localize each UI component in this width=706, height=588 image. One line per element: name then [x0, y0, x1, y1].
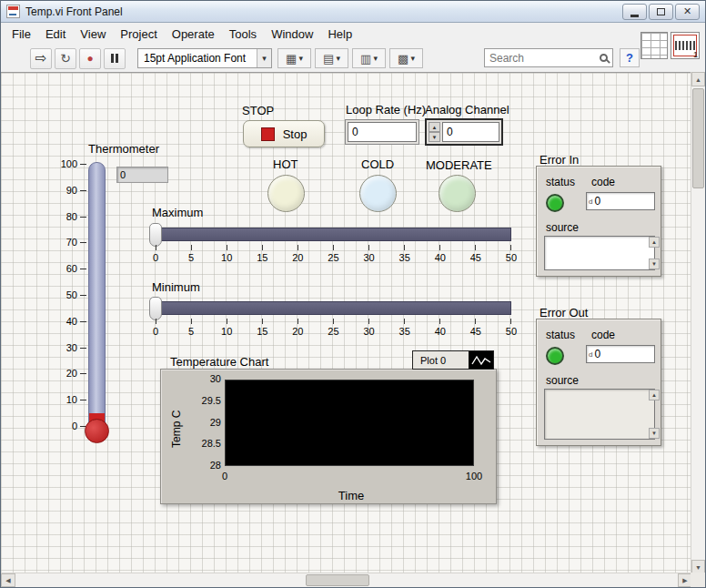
- labview-window: Temp.vi Front Panel ✕ File Edit View Pro…: [0, 0, 706, 588]
- vertical-scrollbar-thumb[interactable]: [692, 88, 704, 188]
- reorder-dropdown[interactable]: ▩ ▾: [389, 48, 423, 68]
- tick-label: 25: [320, 326, 346, 337]
- vertical-scrollbar[interactable]: ▲ ▼: [691, 72, 705, 574]
- restore-button[interactable]: [649, 4, 673, 20]
- close-icon: ✕: [683, 6, 691, 16]
- connector-pane-icon[interactable]: [640, 32, 668, 59]
- align-objects-icon: ▦: [286, 52, 297, 66]
- error-out-status-led: [546, 347, 564, 365]
- scale-label: 90: [52, 186, 77, 196]
- chart-y-axis: 30 29.5 29 28.5 28: [188, 374, 221, 471]
- search-input[interactable]: [489, 52, 597, 65]
- maximum-slider-handle[interactable]: [149, 223, 162, 247]
- error-in-code-field[interactable]: d 0: [586, 192, 655, 210]
- pause-button[interactable]: [104, 48, 126, 69]
- tick-label: 15: [249, 252, 275, 263]
- tick-label: 0: [143, 252, 168, 263]
- minimize-icon: [630, 15, 639, 17]
- hot-indicator: [267, 175, 305, 212]
- tick-label: 20: [285, 326, 310, 337]
- error-out-code-value: 0: [594, 348, 600, 360]
- loop-rate-input[interactable]: 0: [348, 122, 417, 142]
- tick-label: 15: [249, 326, 275, 337]
- menu-help[interactable]: Help: [320, 25, 359, 44]
- scale-label: 50: [52, 290, 77, 300]
- scale-label: 100: [52, 159, 77, 169]
- scale-label: 30: [52, 343, 77, 353]
- error-out-code-field[interactable]: d 0: [586, 345, 655, 363]
- corner-icons: 1: [640, 32, 700, 59]
- thermometer-label: Thermometer: [88, 142, 159, 156]
- stop-button-label: Stop: [283, 127, 308, 141]
- horizontal-scrollbar-thumb[interactable]: [306, 574, 369, 586]
- error-out-status-label: status: [546, 329, 575, 341]
- scroll-up-icon[interactable]: ▲: [691, 72, 705, 86]
- horizontal-scrollbar[interactable]: ◀ ▶: [1, 573, 692, 587]
- minimum-slider-track[interactable]: [156, 301, 511, 315]
- help-button[interactable]: ?: [620, 48, 640, 67]
- menu-project[interactable]: Project: [113, 25, 164, 44]
- scroll-left-icon[interactable]: ◀: [1, 573, 15, 587]
- error-in-source-field[interactable]: [544, 236, 655, 270]
- vi-icon[interactable]: 1: [671, 32, 700, 59]
- scroll-down-icon[interactable]: ▼: [649, 259, 660, 269]
- stop-square-icon: [261, 127, 275, 141]
- scroll-up-icon[interactable]: ▲: [649, 237, 660, 248]
- window-controls: ✕: [622, 4, 701, 20]
- menu-file[interactable]: File: [5, 25, 38, 44]
- scale-label: 60: [52, 264, 77, 274]
- stop-button[interactable]: Stop: [243, 120, 325, 147]
- chevron-down-icon[interactable]: ▾: [257, 49, 271, 67]
- thermometer-scale: 100 90 80 70 60 50 40 30 20 10 0: [52, 159, 77, 431]
- tick-label: 50: [499, 326, 524, 337]
- tick-label: 10: [214, 252, 239, 263]
- plot-legend-label: Plot 0: [413, 351, 469, 369]
- plot-legend[interactable]: Plot 0: [412, 350, 494, 370]
- tick-label: 45: [463, 252, 489, 263]
- abort-button[interactable]: ●: [79, 48, 101, 69]
- menu-tools[interactable]: Tools: [222, 25, 264, 44]
- loop-rate-control: 0: [345, 119, 419, 145]
- scrollbar-corner: [691, 573, 705, 587]
- restore-icon: [657, 8, 665, 15]
- chevron-down-icon: ▾: [373, 54, 378, 63]
- x-tick-label: 0: [207, 471, 243, 482]
- tick-label: 50: [499, 252, 524, 263]
- resize-objects-dropdown[interactable]: ▥ ▾: [352, 48, 386, 68]
- menu-window[interactable]: Window: [264, 25, 320, 44]
- maximum-slider-scale: 0 5 10 15 20 25 30 35 40 45 50: [143, 252, 524, 263]
- error-in-code-label: code: [591, 176, 615, 188]
- front-panel: Thermometer 0 100 90 80 70 60 50 40 30 2…: [1, 72, 691, 574]
- run-continuous-button[interactable]: ↻: [55, 48, 76, 69]
- scroll-up-icon[interactable]: ▲: [649, 390, 660, 400]
- scroll-down-icon[interactable]: ▼: [649, 428, 660, 439]
- menu-operate[interactable]: Operate: [165, 25, 222, 44]
- align-objects-dropdown[interactable]: ▦ ▾: [277, 48, 311, 68]
- tick-label: 40: [428, 326, 453, 337]
- title-bar[interactable]: Temp.vi Front Panel ✕: [1, 1, 705, 23]
- menu-edit[interactable]: Edit: [38, 25, 73, 44]
- error-out-source-field[interactable]: [544, 389, 655, 440]
- close-button[interactable]: ✕: [675, 4, 700, 20]
- menu-view[interactable]: View: [73, 25, 113, 44]
- maximum-slider-track[interactable]: [156, 228, 511, 241]
- decrement-button[interactable]: ▼: [429, 132, 440, 142]
- error-in-code-value: 0: [594, 195, 600, 208]
- minimum-slider-handle[interactable]: [149, 297, 162, 320]
- font-selector-value: 15pt Application Font: [138, 52, 257, 65]
- tick-label: 30: [357, 252, 382, 263]
- analog-channel-input[interactable]: 0: [442, 122, 499, 142]
- font-selector[interactable]: 15pt Application Font ▾: [137, 48, 272, 68]
- minimize-button[interactable]: [622, 4, 647, 20]
- tick-label: 20: [285, 252, 310, 263]
- vi-icon-badge: 1: [693, 50, 698, 59]
- distribute-objects-dropdown[interactable]: ▤ ▾: [315, 48, 348, 68]
- increment-button[interactable]: ▲: [429, 122, 440, 132]
- chart-x-axis: 0 100: [207, 471, 492, 482]
- error-out-label: Error Out: [540, 306, 588, 319]
- chart-plot-area: [225, 380, 474, 466]
- scale-label: 70: [52, 238, 77, 248]
- run-button[interactable]: ⇨: [30, 48, 52, 69]
- minimum-slider-scale: 0 5 10 15 20 25 30 35 40 45 50: [143, 326, 524, 337]
- stop-caption: STOP: [242, 104, 274, 117]
